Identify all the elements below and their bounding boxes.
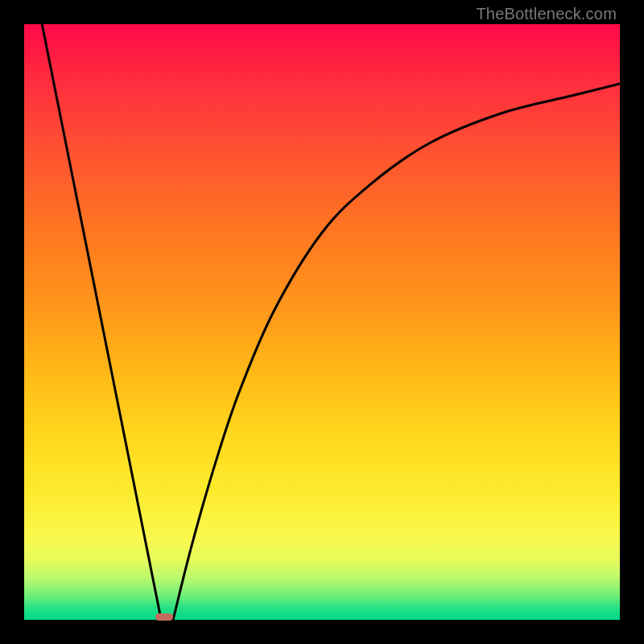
watermark-text: TheBottleneck.com — [476, 5, 617, 23]
plot-area — [24, 24, 620, 620]
left-branch-line — [42, 24, 161, 620]
curve-layer — [24, 24, 620, 620]
dip-marker — [155, 613, 173, 621]
right-branch-curve — [173, 84, 620, 620]
chart-frame: TheBottleneck.com — [0, 0, 644, 644]
